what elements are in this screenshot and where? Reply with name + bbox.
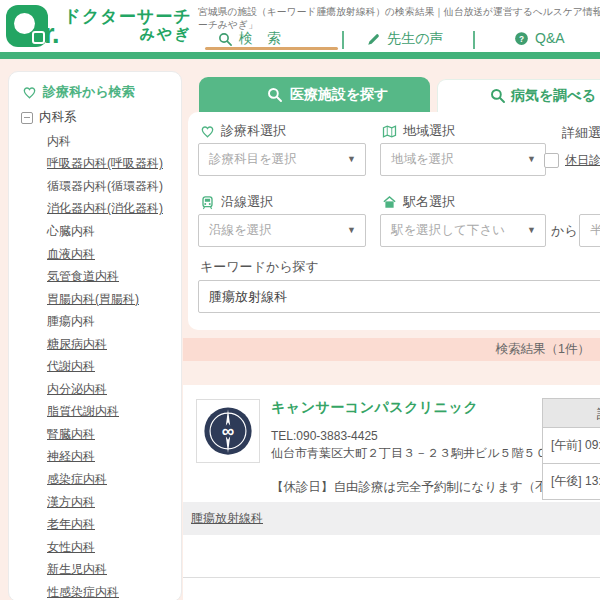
keyword-label: キーワードから探す: [200, 258, 319, 276]
tab-search-disease-label: 病気を調べる: [511, 87, 596, 105]
station-select[interactable]: 駅を選択して下さい: [380, 214, 546, 247]
department-list-item: 胃腸内科(胃腸科): [47, 288, 177, 311]
clinic-result-card: ∞ キャンサーコンパスクリニック TEL:090-3883-4425 仙台市青葉…: [183, 385, 600, 600]
department-list-item: 心臓内科: [47, 220, 177, 243]
station-select-label: 駅名選択: [382, 193, 455, 211]
clinic-phone: TEL:090-3883-4425: [271, 429, 378, 443]
logo-magnifier-icon: [6, 5, 48, 47]
station-select-placeholder: 駅を選択して下さい: [391, 215, 505, 246]
holiday-care-label: 休日診療: [565, 152, 600, 169]
department-list-item: 女性内科: [47, 536, 177, 559]
department-list: 内科呼吸器内科(呼吸器科)循環器内科(循環器科)消化器内科(消化器科)心臓内科血…: [9, 130, 177, 600]
department-link[interactable]: 新生児内科: [47, 561, 107, 578]
department-list-item: 性感染症内科: [47, 581, 177, 600]
nav-search[interactable]: 検 索: [218, 30, 281, 48]
map-icon: [382, 124, 397, 139]
area-select-label: 地域選択: [382, 122, 455, 140]
area-select[interactable]: 地域を選択: [380, 143, 546, 176]
radius-select[interactable]: 半径: [579, 214, 600, 247]
tab-search-disease[interactable]: 病気を調べる: [437, 79, 600, 112]
department-list-item: 神経内科: [47, 446, 177, 469]
department-link[interactable]: 血液内科: [47, 246, 95, 263]
schedule-table: 診療時間 [午前] 09:00 [午後] 13:00: [542, 398, 600, 500]
sidebar-department-search: 診療科から検索 内科系 内科呼吸器内科(呼吸器科)循環器内科(循環器科)消化器内…: [8, 71, 182, 600]
sidebar-group-label: 内科系: [39, 109, 77, 126]
clinic-closed-note: 【休診日】自由診療は完全予約制になります（不定休）: [271, 479, 585, 496]
holiday-care-option[interactable]: 休日診療: [544, 152, 600, 169]
department-link[interactable]: 胃腸内科(胃腸科): [47, 291, 139, 308]
pen-icon: [366, 32, 381, 47]
department-link[interactable]: 消化器内科(消化器科): [47, 200, 163, 217]
department-tag-strip: 腫瘍放射線科: [183, 502, 600, 535]
brand-text: ドクターサーチ みやぎ: [64, 7, 192, 43]
card-divider: [183, 577, 600, 578]
nav-qa-label: Q&A: [535, 30, 565, 46]
header: r. ドクターサーチ みやぎ 宮城県の施設（キーワード腫瘍放射線科）の検索結果｜…: [0, 0, 600, 52]
department-tag-link[interactable]: 腫瘍放射線科: [191, 502, 263, 535]
svg-text:∞: ∞: [222, 421, 234, 441]
line-select-label: 沿線選択: [200, 193, 273, 211]
collapse-icon: [21, 112, 33, 124]
department-list-item: 内科: [47, 130, 177, 153]
search-icon: [490, 88, 506, 104]
schedule-row-afternoon: [午後] 13:00: [542, 464, 600, 500]
line-select-label-text: 沿線選択: [221, 193, 273, 211]
clinic-address: 仙台市青葉区大町２丁目３－２３駒井ビル５階５０１号: [271, 445, 572, 462]
sidebar-group-internal-medicine[interactable]: 内科系: [21, 109, 77, 126]
department-link[interactable]: 神経内科: [47, 448, 95, 465]
heart-icon: [22, 85, 37, 100]
department-list-item: 腎臓内科: [47, 423, 177, 446]
sidebar-title-label: 診療科から検索: [43, 83, 135, 101]
department-link[interactable]: 呼吸器内科(呼吸器科): [47, 155, 163, 172]
department-list-item: 新生児内科: [47, 558, 177, 581]
department-link[interactable]: 循環器内科(循環器科): [47, 178, 163, 195]
department-link[interactable]: 脂質代謝内科: [47, 403, 119, 420]
department-list-item: 老年内科: [47, 513, 177, 536]
department-link[interactable]: 心臓内科: [47, 223, 95, 240]
keyword-input[interactable]: [198, 280, 600, 313]
page: r. ドクターサーチ みやぎ 宮城県の施設（キーワード腫瘍放射線科）の検索結果｜…: [0, 0, 600, 600]
clinic-name-link[interactable]: キャンサーコンパスクリニック: [271, 399, 478, 417]
tab-search-facility-label: 医療施設を探す: [290, 86, 389, 104]
department-link[interactable]: 性感染症内科: [47, 584, 119, 600]
department-select-label-text: 診療科選択: [221, 122, 286, 140]
site-logo[interactable]: r. ドクターサーチ みやぎ: [6, 3, 192, 50]
department-list-item: 脂質代謝内科: [47, 401, 177, 424]
area-select-label-text: 地域選択: [403, 122, 455, 140]
department-link[interactable]: 腎臓内科: [47, 426, 95, 443]
department-list-item: 循環器内科(循環器科): [47, 175, 177, 198]
department-link[interactable]: 気管食道内科: [47, 268, 119, 285]
department-link[interactable]: 内分泌内科: [47, 381, 107, 398]
department-list-item: 腫瘍内科: [47, 310, 177, 333]
department-list-item: 血液内科: [47, 243, 177, 266]
area-select-placeholder: 地域を選択: [391, 144, 454, 175]
department-link[interactable]: 腫瘍内科: [47, 313, 95, 330]
brand-line1: ドクターサーチ: [64, 7, 192, 26]
schedule-row-morning: [午前] 09:00: [542, 428, 600, 464]
train-icon: [200, 195, 215, 210]
department-select[interactable]: 診療科目を選択: [198, 143, 366, 176]
department-link[interactable]: 感染症内科: [47, 471, 107, 488]
department-select-placeholder: 診療科目を選択: [209, 144, 297, 175]
tab-search-facility[interactable]: 医療施設を探す: [199, 77, 430, 112]
department-link[interactable]: 女性内科: [47, 539, 95, 556]
nav-qa[interactable]: ? Q&A: [514, 30, 565, 46]
department-link[interactable]: 老年内科: [47, 516, 95, 533]
department-list-item: 漢方内科: [47, 491, 177, 514]
svg-text:?: ?: [519, 34, 524, 43]
department-link[interactable]: 代謝内科: [47, 358, 95, 375]
house-icon: [382, 195, 397, 210]
nav-divider: [342, 31, 344, 49]
search-form: 診療科選択 地域選択 詳細選択 診療科目を選択 地域を選択 休日診療 沿線選択: [188, 112, 600, 330]
line-select[interactable]: 沿線を選択: [198, 214, 366, 247]
department-link[interactable]: 漢方内科: [47, 494, 95, 511]
clinic-logo: ∞: [196, 399, 260, 463]
department-list-item: 代謝内科: [47, 355, 177, 378]
department-list-item: 呼吸器内科(呼吸器科): [47, 153, 177, 176]
department-link[interactable]: 糖尿病内科: [47, 336, 107, 353]
nav-search-label: 検 索: [239, 30, 281, 48]
nav-doctor-voice[interactable]: 先生の声: [366, 30, 443, 48]
department-link[interactable]: 内科: [47, 133, 71, 150]
holiday-care-checkbox[interactable]: [544, 153, 559, 168]
nav-divider: [473, 31, 475, 49]
